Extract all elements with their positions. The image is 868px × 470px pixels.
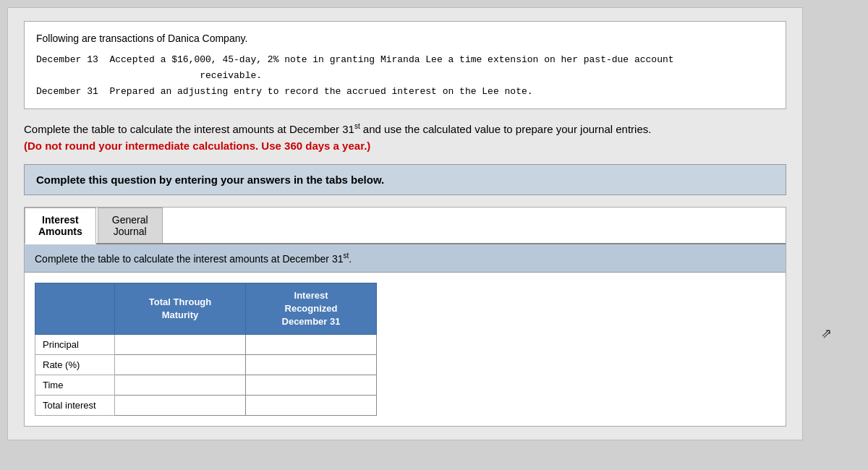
input-totalinterest-dec31[interactable] [246,396,377,416]
info-title: Following are transactions of Danica Com… [36,30,774,48]
tab-desc-sup: st [343,252,349,260]
tab-general-journal[interactable]: GeneralJournal [98,208,163,243]
input-principal-total[interactable] [115,335,246,355]
date1: December 13 [36,54,98,65]
input-totalinterest-dec31-field[interactable] [246,396,376,415]
tab-content-interest-amounts: Complete the table to calculate the inte… [25,244,786,426]
tab-description: Complete the table to calculate the inte… [25,244,786,273]
label-principal: Principal [35,335,115,355]
table-row: Principal [35,335,377,355]
main-container: Following are transactions of Danica Com… [7,7,803,440]
input-totalinterest-total-field[interactable] [115,396,245,415]
tab-interest-amounts[interactable]: InterestAmounts [25,208,96,244]
input-rate-dec31-field[interactable] [246,355,376,375]
date2: December 31 [36,86,98,97]
tabs-area: InterestAmounts GeneralJournal Complete … [24,207,786,427]
header-total-through-maturity: Total ThroughMaturity [115,283,246,335]
info-line1: December 13 Accepted a $16,000, 45-day, … [36,52,774,68]
input-rate-dec31[interactable] [246,355,377,375]
line1-cont: receivable. [200,70,262,81]
instructions-main: Complete the table to calculate the inte… [24,123,354,135]
input-principal-total-field[interactable] [115,335,245,354]
input-rate-total-field[interactable] [115,355,245,375]
input-time-dec31-field[interactable] [246,375,376,395]
label-rate: Rate (%) [35,355,115,375]
complete-box-text: Complete this question by entering your … [36,174,384,186]
info-line1-cont: receivable. [36,68,774,84]
instructions-bold: (Do not round your intermediate calculat… [24,140,370,152]
info-box: Following are transactions of Danica Com… [24,21,786,109]
line1-text: Accepted a $16,000, 45-day, 2% note in g… [109,54,673,65]
input-totalinterest-total[interactable] [115,396,246,416]
tab-desc-text: Complete the table to calculate the inte… [35,253,343,265]
instructions-text: Complete the table to calculate the inte… [24,121,786,154]
info-line2: December 31 Prepared an adjusting entry … [36,84,774,100]
label-total-interest: Total interest [35,396,115,416]
table-area: Total ThroughMaturity InterestRecognized… [25,273,786,427]
table-row: Total interest [35,396,377,416]
header-empty [35,283,115,335]
input-principal-dec31-field[interactable] [246,335,376,354]
complete-box: Complete this question by entering your … [24,164,786,195]
header-interest-recognized: InterestRecognizedDecember 31 [246,283,377,335]
cursor-icon: ⇗ [821,325,832,341]
input-time-total-field[interactable] [115,375,245,395]
input-rate-total[interactable] [115,355,246,375]
label-time: Time [35,375,115,396]
input-principal-dec31[interactable] [246,335,377,355]
input-time-dec31[interactable] [246,375,377,396]
table-row: Time [35,375,377,396]
table-row: Rate (%) [35,355,377,375]
line2-text: Prepared an adjusting entry to record th… [109,86,532,97]
tabs-row: InterestAmounts GeneralJournal [25,208,786,244]
interest-table: Total ThroughMaturity InterestRecognized… [35,283,377,416]
instructions-main2: and use the calculated value to prepare … [360,123,652,135]
instructions-sup: st [354,122,360,130]
input-time-total[interactable] [115,375,246,396]
